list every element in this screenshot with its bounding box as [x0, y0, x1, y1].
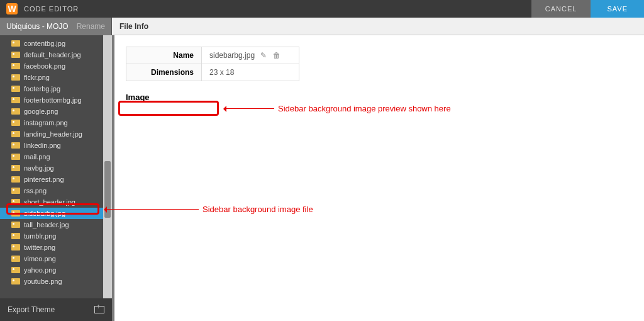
file-item[interactable]: footerbottombg.jpg: [0, 94, 112, 106]
file-name: default_header.jpg: [24, 51, 81, 59]
file-name: mail.png: [24, 153, 50, 160]
file-name: yahoo.png: [24, 266, 56, 274]
file-name: linkedin.png: [24, 142, 61, 149]
file-item[interactable]: vimeo.png: [0, 253, 112, 264]
annotation-arrow: [104, 209, 199, 210]
image-file-icon: [11, 154, 20, 160]
annotation-file-text: Sidebar background image file: [203, 205, 313, 214]
file-name: tall_header.jpg: [24, 221, 69, 228]
file-item[interactable]: navbg.jpg: [0, 162, 112, 174]
dimensions-label: Dimensions: [126, 64, 202, 81]
image-file-icon: [11, 233, 20, 239]
image-file-icon: [11, 210, 20, 217]
file-name: google.png: [24, 108, 58, 115]
annotation-preview-text: Sidebar background image preview shown h…: [278, 104, 451, 113]
file-name: rss.png: [24, 187, 47, 194]
file-name: short_header.jpg: [24, 198, 75, 206]
image-file-icon: [11, 244, 20, 251]
image-file-icon: [11, 188, 20, 194]
weebly-logo: W: [6, 3, 18, 14]
image-file-icon: [11, 278, 20, 284]
image-file-icon: [11, 74, 20, 81]
image-file-icon: [11, 108, 20, 115]
image-file-icon: [11, 120, 20, 126]
file-item[interactable]: sidebarbg.jpg: [0, 208, 112, 219]
content-panel: Name sidebarbg.jpg ✎ 🗑 Dimensions 23 x 1…: [112, 35, 644, 321]
name-label: Name: [126, 47, 202, 64]
pencil-icon[interactable]: ✎: [260, 51, 267, 60]
file-name: tumblr.png: [24, 232, 56, 240]
app-title: CODE EDITOR: [24, 5, 79, 13]
top-bar: W CODE EDITOR CANCEL SAVE: [0, 0, 644, 18]
file-item[interactable]: tumblr.png: [0, 230, 112, 242]
file-name: sidebarbg.jpg: [24, 210, 65, 217]
file-item[interactable]: rss.png: [0, 185, 112, 196]
file-name: flckr.png: [24, 74, 50, 81]
image-file-icon: [11, 256, 20, 262]
image-file-icon: [11, 176, 20, 183]
file-name: vimeo.png: [24, 255, 56, 262]
image-file-icon: [11, 199, 20, 205]
file-item[interactable]: footerbg.jpg: [0, 83, 112, 94]
cancel-button[interactable]: CANCEL: [531, 0, 591, 18]
panel-title: File Info: [112, 18, 644, 35]
image-section-label: Image: [126, 93, 633, 102]
image-file-icon: [11, 142, 20, 149]
export-icon: [94, 306, 104, 313]
image-file-icon: [11, 52, 20, 58]
file-item[interactable]: pinterest.png: [0, 174, 112, 185]
trash-icon[interactable]: 🗑: [273, 51, 280, 60]
file-info-table: Name sidebarbg.jpg ✎ 🗑 Dimensions 23 x 1…: [126, 47, 299, 81]
sidebar: contentbg.jpgdefault_header.jpgfacebook.…: [0, 35, 112, 321]
image-file-icon: [11, 131, 20, 137]
file-name: instagram.png: [24, 119, 68, 127]
file-name: navbg.jpg: [24, 164, 54, 172]
image-file-icon: [11, 86, 20, 92]
file-item[interactable]: landing_header.jpg: [0, 128, 112, 140]
image-file-icon: [11, 267, 20, 273]
file-item[interactable]: default_header.jpg: [0, 49, 112, 60]
image-file-icon: [11, 40, 20, 47]
file-name: footerbg.jpg: [24, 85, 60, 93]
file-list: contentbg.jpgdefault_header.jpgfacebook.…: [0, 35, 112, 298]
scrollbar[interactable]: [103, 35, 112, 298]
sub-header: Ubiquious - MOJO Rename File Info: [0, 18, 644, 35]
file-name: contentbg.jpg: [24, 40, 65, 47]
file-item[interactable]: youtube.png: [0, 276, 112, 287]
file-item[interactable]: contentbg.jpg: [0, 38, 112, 49]
file-name: footerbottombg.jpg: [24, 96, 82, 104]
dimensions-value: 23 x 18: [202, 64, 299, 81]
file-item[interactable]: yahoo.png: [0, 264, 112, 276]
image-file-icon: [11, 222, 20, 228]
image-file-icon: [11, 63, 20, 69]
save-button[interactable]: SAVE: [591, 0, 644, 18]
file-item[interactable]: flckr.png: [0, 72, 112, 83]
file-item[interactable]: linkedin.png: [0, 140, 112, 151]
rename-link[interactable]: Rename: [77, 22, 105, 31]
file-name: landing_header.jpg: [24, 130, 82, 138]
image-file-icon: [11, 165, 20, 171]
file-item[interactable]: google.png: [0, 106, 112, 117]
file-item[interactable]: twitter.png: [0, 242, 112, 253]
export-theme-button[interactable]: Export Theme: [0, 298, 112, 321]
export-label: Export Theme: [8, 305, 55, 314]
file-name: youtube.png: [24, 278, 62, 285]
file-item[interactable]: facebook.png: [0, 60, 112, 72]
file-item[interactable]: tall_header.jpg: [0, 219, 112, 230]
file-item[interactable]: short_header.jpg: [0, 196, 112, 208]
theme-name: Ubiquious - MOJO: [6, 22, 69, 31]
file-name: twitter.png: [24, 244, 55, 251]
name-value: sidebarbg.jpg: [209, 51, 255, 60]
file-item[interactable]: mail.png: [0, 151, 112, 162]
image-file-icon: [11, 97, 20, 103]
file-name: pinterest.png: [24, 176, 64, 183]
file-name: facebook.png: [24, 62, 65, 70]
file-item[interactable]: instagram.png: [0, 117, 112, 128]
annotation-arrow: [224, 108, 274, 109]
